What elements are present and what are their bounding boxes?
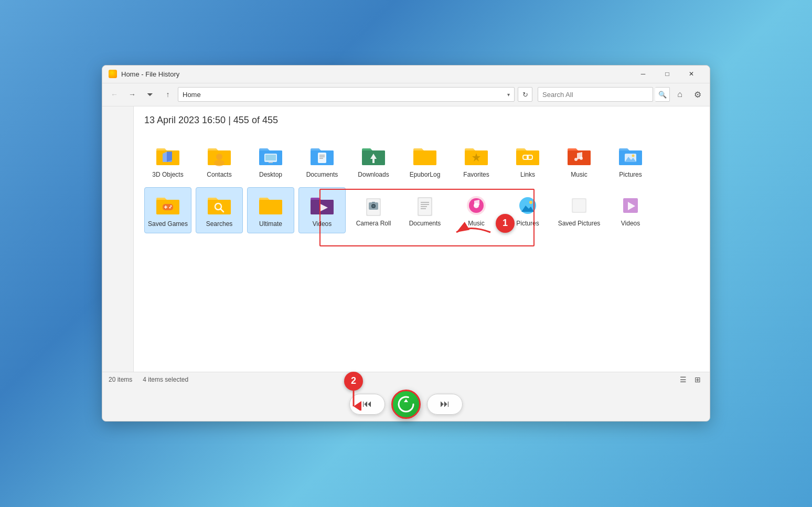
folder-3d-objects-label: 3D Objects <box>152 171 183 179</box>
folder-desktop-label: Desktop <box>259 171 282 179</box>
svg-point-16 <box>574 158 578 161</box>
svg-rect-7 <box>269 162 273 163</box>
date-info: 13 April 2023 16:50 | 455 of 455 <box>144 115 699 126</box>
close-button[interactable]: ✕ <box>679 65 703 83</box>
annotation-badge-1: 1 <box>496 214 515 233</box>
folder-music[interactable]: Music <box>555 138 603 184</box>
folder-ultimate[interactable]: Ultimate <box>247 187 294 233</box>
maximize-button[interactable]: □ <box>655 65 679 83</box>
folder-ultimate-label: Ultimate <box>259 220 282 229</box>
restore-button[interactable] <box>391 390 421 419</box>
svg-rect-8 <box>318 153 326 163</box>
svg-point-25 <box>169 207 171 209</box>
folder-documents-icon <box>307 143 337 169</box>
folder-downloads-icon <box>359 143 388 169</box>
folder-videos-2[interactable]: Videos <box>607 187 654 233</box>
svg-point-24 <box>170 206 172 207</box>
folder-favorites[interactable]: Favorites <box>453 138 500 184</box>
window-icon <box>109 70 117 78</box>
up-button[interactable]: ↑ <box>160 87 176 102</box>
folder-3d-objects-icon <box>153 143 183 169</box>
folder-favorites-icon <box>462 143 491 169</box>
folder-documents-2-label: Documents <box>409 220 441 228</box>
search-icon-button[interactable]: 🔍 <box>655 87 670 102</box>
count-text: 455 of 455 <box>233 115 278 125</box>
list-view-button[interactable]: ☰ <box>677 374 689 385</box>
svg-rect-34 <box>372 202 375 203</box>
folder-camera-roll[interactable]: Camera Roll <box>350 187 397 233</box>
svg-point-4 <box>214 160 225 166</box>
minimize-button[interactable]: ─ <box>631 65 655 83</box>
folder-camera-roll-label: Camera Roll <box>356 220 391 228</box>
folder-saved-pictures-icon <box>564 191 594 218</box>
folder-downloads-label: Downloads <box>358 171 389 179</box>
svg-point-3 <box>216 154 222 160</box>
arrow-1 <box>454 219 496 245</box>
svg-point-17 <box>580 157 583 160</box>
address-text: Home <box>183 91 507 99</box>
folder-contacts[interactable]: Contacts <box>196 138 243 184</box>
svg-rect-48 <box>573 199 585 212</box>
recent-button[interactable]: ⏷ <box>142 87 158 102</box>
home-button[interactable]: ⌂ <box>672 87 688 102</box>
folder-videos-2-label: Videos <box>621 220 640 228</box>
folder-links[interactable]: Links <box>504 138 551 184</box>
folder-epuborlog[interactable]: EpuborLog <box>401 138 448 184</box>
folder-saved-games[interactable]: Saved Games <box>144 187 191 233</box>
folder-saved-games-label: Saved Games <box>148 220 188 229</box>
back-button[interactable]: ← <box>106 87 122 102</box>
folder-pictures[interactable]: Pictures <box>607 138 654 184</box>
refresh-button[interactable]: ↻ <box>518 87 532 102</box>
address-dropdown-icon[interactable]: ▾ <box>507 92 510 98</box>
bottom-nav: 2 ⏮ ⏭ <box>102 387 710 421</box>
sidebar <box>102 106 134 372</box>
folder-epuborlog-icon <box>410 143 440 169</box>
status-bar-right: ☰ ⊞ <box>677 374 703 385</box>
folder-searches[interactable]: Searches <box>196 187 243 233</box>
status-bar: 20 items 4 items selected ☰ ⊞ <box>102 372 710 387</box>
address-bar[interactable]: Home ▾ <box>178 87 515 102</box>
title-bar: Home - File History ─ □ ✕ <box>102 66 710 83</box>
folder-saved-pictures[interactable]: Saved Pictures <box>555 187 603 233</box>
folder-music-2-icon <box>462 191 491 218</box>
folder-saved-games-icon <box>153 192 183 218</box>
nav-controls-next: ⏭ <box>427 394 463 415</box>
folder-links-icon <box>513 143 542 169</box>
folder-camera-roll-icon <box>359 191 388 218</box>
search-input[interactable] <box>542 91 648 99</box>
selected-count: 4 items selected <box>143 376 188 383</box>
content-area: 13 April 2023 16:50 | 455 of 455 <box>134 106 710 372</box>
folder-documents-label: Documents <box>306 171 338 179</box>
folder-desktop[interactable]: Desktop <box>247 138 294 184</box>
search-bar[interactable] <box>538 87 653 102</box>
settings-button[interactable]: ⚙ <box>690 87 706 102</box>
grid-view-button[interactable]: ⊞ <box>692 374 703 385</box>
folder-music-icon <box>564 143 594 169</box>
folder-documents-2-icon <box>410 191 440 218</box>
file-history-window: Home - File History ─ □ ✕ ← → ⏷ ↑ Home ▾… <box>102 65 710 422</box>
folder-pictures-2-icon <box>513 191 542 218</box>
folder-pictures-label: Pictures <box>619 171 642 179</box>
folder-downloads[interactable]: Downloads <box>350 138 397 184</box>
folder-pictures-icon <box>616 143 645 169</box>
folder-epuborlog-label: EpuborLog <box>410 171 441 179</box>
next-button[interactable]: ⏭ <box>436 396 454 412</box>
folder-ultimate-icon <box>256 192 285 218</box>
folder-searches-icon <box>205 192 234 218</box>
restore-icon <box>397 395 415 414</box>
items-count: 20 items <box>109 376 132 383</box>
folder-desktop-icon <box>256 143 285 169</box>
folder-contacts-icon <box>205 143 234 169</box>
folder-videos[interactable]: Videos <box>298 187 346 233</box>
folder-searches-label: Searches <box>206 220 233 229</box>
svg-point-20 <box>632 154 635 157</box>
badge-1-container: 1 <box>496 214 515 233</box>
folder-documents[interactable]: Documents <box>298 138 346 184</box>
folder-documents-2[interactable]: Documents <box>401 187 448 233</box>
svg-point-46 <box>529 201 532 204</box>
folder-grid: 3D Objects Contacts <box>144 136 699 235</box>
forward-button[interactable]: → <box>124 87 140 102</box>
svg-marker-55 <box>404 399 408 402</box>
folder-favorites-label: Favorites <box>463 171 489 179</box>
folder-3d-objects[interactable]: 3D Objects <box>144 138 191 184</box>
